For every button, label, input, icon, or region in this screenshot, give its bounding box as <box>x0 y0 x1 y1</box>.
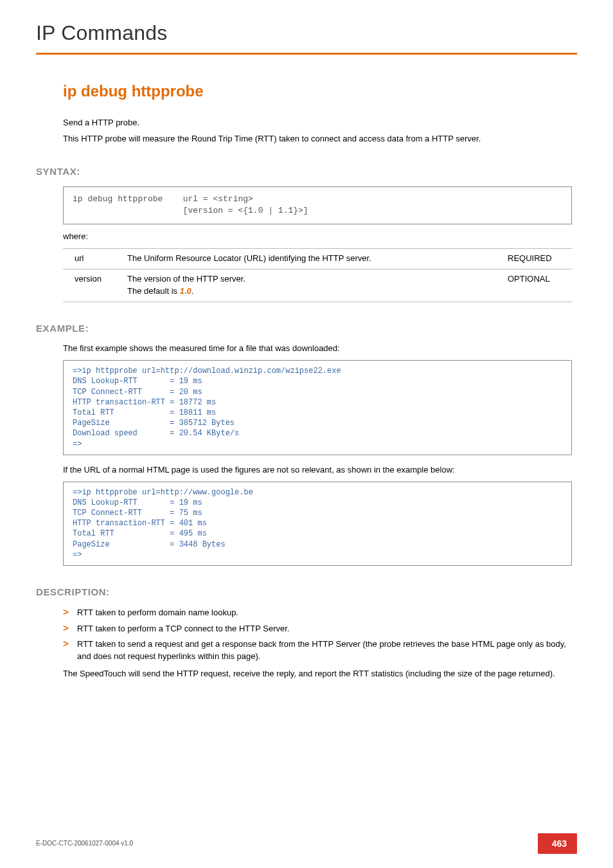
intro-line-2: This HTTP probe will measure the Round T… <box>63 133 572 145</box>
description-list: > RTT taken to perform domain name looku… <box>63 607 572 663</box>
syntax-code: ip debug httpprobe url = <string> [versi… <box>63 186 572 225</box>
syntax-block: ip debug httpprobe url = <string> [versi… <box>63 186 572 302</box>
example-block: The first example shows the measured tim… <box>63 343 572 566</box>
list-item: > RTT taken to perform domain name looku… <box>63 607 572 619</box>
param-req: REQUIRED <box>501 249 572 269</box>
param-desc: The Uniform Resource Locator (URL) ident… <box>121 249 501 269</box>
description-label: DESCRIPTION: <box>36 585 577 599</box>
param-name: version <box>63 269 121 302</box>
chevron-icon: > <box>63 638 69 648</box>
page-header-title: IP Commands <box>36 18 577 48</box>
example-intro-2: If the URL of a normal HTML page is used… <box>63 464 572 476</box>
syntax-label: SYNTAX: <box>36 165 577 179</box>
where-label: where: <box>63 231 572 243</box>
intro-block: Send a HTTP probe. This HTTP probe will … <box>63 117 572 145</box>
description-paragraph: The SpeedTouch will send the HTTP reques… <box>63 668 572 680</box>
param-name: url <box>63 249 121 269</box>
example-code-2: =>ip httpprobe url=http://www.google.be … <box>63 482 572 566</box>
intro-line-1: Send a HTTP probe. <box>63 117 572 129</box>
list-item: > RTT taken to perform a TCP connect to … <box>63 623 572 635</box>
table-row: version The version of the HTTP server. … <box>63 269 572 302</box>
chevron-icon: > <box>63 607 69 617</box>
list-item-text: RTT taken to perform a TCP connect to th… <box>77 624 289 633</box>
command-title: ip debug httpprobe <box>63 80 577 103</box>
list-item-text: RTT taken to perform domain name lookup. <box>77 608 238 617</box>
header-divider <box>36 53 577 55</box>
description-block: > RTT taken to perform domain name looku… <box>63 607 572 680</box>
page-footer: E-DOC-CTC-20061027-0004 v1.0 463 <box>36 833 577 854</box>
param-default-value: 1.0 <box>180 286 191 296</box>
param-req: OPTIONAL <box>501 269 572 302</box>
param-desc-line: The version of the HTTP server. <box>127 274 245 284</box>
example-code-1: =>ip httpprobe url=http://download.winzi… <box>63 360 572 455</box>
page-number-badge: 463 <box>538 833 577 854</box>
list-item-text: RTT taken to send a request and get a re… <box>77 639 566 661</box>
list-item: > RTT taken to send a request and get a … <box>63 638 572 663</box>
doc-id: E-DOC-CTC-20061027-0004 v1.0 <box>36 839 133 849</box>
param-table: url The Uniform Resource Locator (URL) i… <box>63 248 572 302</box>
table-row: url The Uniform Resource Locator (URL) i… <box>63 249 572 269</box>
chevron-icon: > <box>63 623 69 633</box>
param-default-prefix: The default is <box>127 286 180 296</box>
example-intro-1: The first example shows the measured tim… <box>63 343 572 355</box>
param-desc: The version of the HTTP server. The defa… <box>121 269 501 302</box>
param-default-suffix: . <box>191 286 194 296</box>
example-label: EXAMPLE: <box>36 321 577 336</box>
